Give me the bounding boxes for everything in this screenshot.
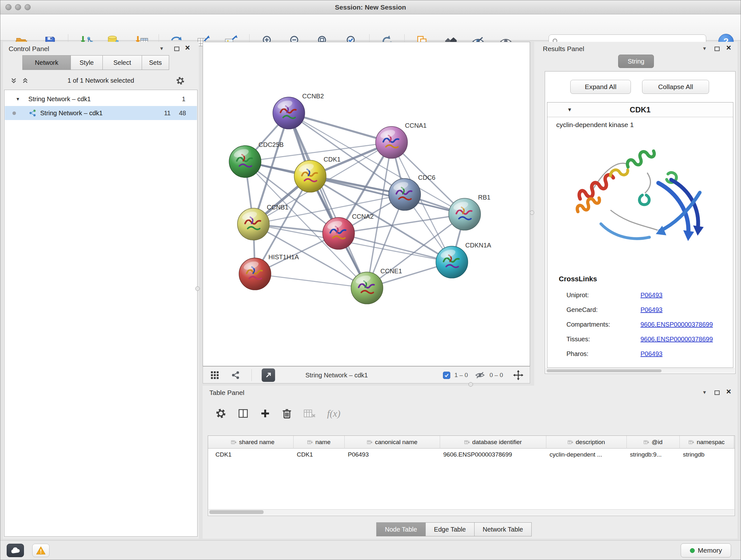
scrollbar-thumb[interactable]	[547, 369, 662, 372]
panel-menu-icon[interactable]: ▼	[702, 389, 707, 395]
function-builder-button[interactable]: f(x)	[327, 408, 340, 419]
network-collection-row[interactable]: ▼ String Network – cdk1 1	[5, 92, 197, 106]
panel-menu-icon[interactable]: ▼	[159, 46, 164, 51]
expand-all-button[interactable]: Expand All	[570, 80, 631, 94]
open-in-window-button[interactable]	[262, 368, 275, 382]
crosslink-link-genecard[interactable]: P06493	[641, 306, 663, 314]
splitter-handle-left[interactable]	[195, 287, 200, 291]
panel-float-icon[interactable]	[174, 47, 179, 51]
crosslink-link-compartments[interactable]: 9606.ENSP00000378699	[641, 321, 713, 328]
string-network-graph[interactable]: CCNB2CCNA1CDC25BCDK1CDC6RB1CCNB1CCNA2CDK…	[203, 42, 530, 366]
warnings-button[interactable]	[32, 544, 50, 557]
panel-menu-icon[interactable]: ▼	[702, 46, 707, 51]
node-label-ccnb2: CCNB2	[302, 92, 324, 100]
crosslink-link-uniprot[interactable]: P06493	[641, 292, 663, 299]
add-column-button[interactable]	[260, 408, 270, 419]
hidden-count-label: 0 – 0	[489, 367, 503, 384]
column-header-namespac[interactable]: namespac	[680, 436, 734, 449]
column-header-canonical-name[interactable]: canonical name	[345, 436, 440, 449]
tab-select[interactable]: Select	[103, 55, 142, 70]
network-node-cdc25b[interactable]: CDC25B	[229, 141, 284, 178]
status-bar: Memory	[0, 540, 741, 560]
protein-title: CDK1	[547, 105, 733, 114]
collapse-all-button[interactable]: Collapse All	[642, 80, 709, 94]
crosslink-row: GeneCard:P06493	[547, 303, 733, 318]
panel-close-icon[interactable]: ×	[726, 43, 731, 53]
tab-style[interactable]: Style	[71, 55, 103, 70]
network-collection-label: String Network – cdk1	[28, 96, 91, 103]
protein-section-cdk1: ▼ CDK1 cyclin-dependent kinase 1	[547, 102, 733, 368]
show-columns-button[interactable]	[238, 408, 249, 419]
table-cell[interactable]: cyclin-dependent ...	[546, 449, 627, 460]
crosslinks-title: CrossLinks	[559, 275, 597, 283]
scrollbar-thumb[interactable]	[209, 510, 264, 514]
warning-icon	[36, 546, 46, 555]
table-cell[interactable]: stringdb:9...	[627, 449, 680, 460]
memory-button[interactable]: Memory	[681, 543, 731, 557]
protein-section-header[interactable]: ▼ CDK1	[547, 103, 733, 117]
window-zoom-button[interactable]	[24, 4, 30, 10]
network-edge-HIST1H1A-CCNE1[interactable]	[255, 274, 367, 288]
cloud-icon	[10, 547, 20, 554]
eye-slash-small-icon	[475, 371, 485, 379]
table-horizontal-scrollbar[interactable]	[208, 509, 734, 515]
network-node-count: 11	[164, 110, 171, 117]
panel-close-icon[interactable]: ×	[185, 43, 190, 53]
network-node-rb1[interactable]: RB1	[449, 194, 490, 230]
network-row-selected[interactable]: String Network – cdk1 11 48	[5, 106, 197, 120]
table-cell[interactable]: CDK1	[212, 449, 293, 460]
window-close-button[interactable]	[5, 4, 11, 10]
birds-eye-view-button[interactable]	[211, 367, 219, 384]
checkbox-checked-icon	[443, 372, 450, 379]
tab-node-table[interactable]: Node Table	[376, 522, 426, 537]
crosslink-label: Uniprot:	[566, 292, 589, 299]
network-node-hist1h1a[interactable]: HIST1H1A	[239, 253, 299, 290]
crosslink-row: Tissues:9606.ENSP00000378699	[547, 332, 733, 347]
network-edge-CCNB2-CCNE1[interactable]	[289, 113, 367, 288]
column-header-shared-name[interactable]: shared name	[212, 436, 293, 449]
share-network-button[interactable]	[231, 367, 240, 384]
splitter-handle-horizontal[interactable]	[468, 382, 473, 387]
node-label-ccnb1: CCNB1	[267, 204, 288, 211]
hidden-toggle[interactable]	[475, 367, 485, 384]
column-header-database-identifier[interactable]: database identifier	[440, 436, 546, 449]
results-horizontal-scrollbar[interactable]	[546, 368, 735, 373]
panel-close-icon[interactable]: ×	[726, 387, 731, 396]
network-node-ccnb1[interactable]: CCNB1	[238, 204, 288, 240]
table-cell[interactable]: P06493	[345, 449, 440, 460]
tab-edge-table[interactable]: Edge Table	[425, 522, 475, 537]
gear-icon[interactable]	[176, 76, 185, 85]
network-canvas[interactable]: CCNB2CCNA1CDC25BCDK1CDC6RB1CCNB1CCNA2CDK…	[203, 42, 530, 366]
panel-float-icon[interactable]	[715, 390, 720, 395]
panel-float-icon[interactable]	[715, 47, 720, 51]
column-header-description[interactable]: description	[546, 436, 627, 449]
column-header--id[interactable]: @id	[627, 436, 680, 449]
pan-mode-button[interactable]	[513, 367, 523, 384]
table-data-row[interactable]: CDK1CDK1P064939606.ENSP00000378699cyclin…	[208, 449, 735, 460]
network-row-label: String Network – cdk1	[40, 110, 103, 117]
cloud-button[interactable]	[7, 544, 24, 557]
delete-column-button[interactable]	[282, 408, 292, 419]
crosslink-link-pharos[interactable]: P06493	[641, 350, 663, 358]
tab-sets[interactable]: Sets	[142, 55, 169, 70]
tab-network[interactable]: Network	[22, 55, 71, 70]
table-header-row: shared namenamecanonical namedatabase id…	[208, 436, 735, 449]
network-node-ccnb2[interactable]: CCNB2	[273, 92, 324, 129]
window-minimize-button[interactable]	[15, 4, 21, 10]
tab-network-table[interactable]: Network Table	[474, 522, 532, 537]
delete-table-button[interactable]	[304, 409, 316, 418]
table-settings-button[interactable]	[215, 408, 226, 419]
tab-string[interactable]: String	[618, 55, 654, 68]
splitter-handle-right[interactable]	[530, 210, 534, 215]
table-cell[interactable]: CDK1	[293, 449, 345, 460]
network-view-panel: CCNB2CCNA1CDC25BCDK1CDC6RB1CCNB1CCNA2CDK…	[203, 42, 530, 383]
network-node-ccna1[interactable]: CCNA1	[376, 122, 427, 159]
tree-expander-icon[interactable]: ▼	[16, 97, 20, 102]
node-label-cdk1: CDK1	[324, 156, 340, 163]
table-cell[interactable]: stringdb	[680, 449, 734, 460]
table-cell[interactable]: 9606.ENSP00000378699	[440, 449, 546, 460]
selected-checkbox[interactable]	[443, 367, 450, 384]
crosslink-link-tissues[interactable]: 9606.ENSP00000378699	[641, 335, 713, 343]
column-header-name[interactable]: name	[293, 436, 345, 449]
network-node-cdk1[interactable]: CDK1	[294, 156, 340, 192]
